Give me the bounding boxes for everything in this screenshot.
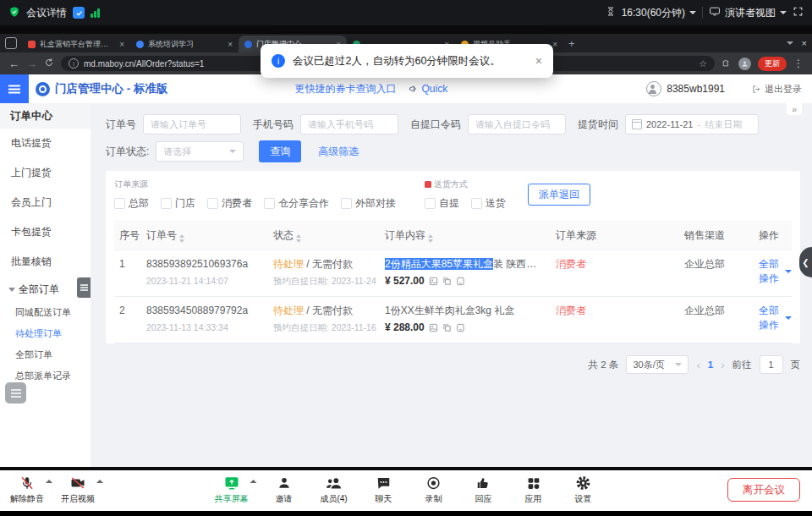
browser-profile-avatar[interactable] <box>738 58 751 70</box>
goto-page-input[interactable] <box>760 355 783 374</box>
tab-close-icon[interactable]: × <box>552 40 557 49</box>
forward-icon[interactable]: → <box>26 58 37 69</box>
sidebar-item-all-orders[interactable]: 全部订单 <box>0 344 91 365</box>
dispatch-return-button[interactable]: 派单退回 <box>528 184 590 206</box>
source-option-hq[interactable]: 总部 <box>114 196 149 211</box>
total-count: 共 2 条 <box>589 359 619 371</box>
sidebar-item-batch-verify[interactable]: 批量核销 <box>0 247 91 277</box>
chevron-up-icon[interactable] <box>96 480 103 483</box>
coupon-query-link[interactable]: 更快捷的券卡查询入口 <box>295 82 397 96</box>
next-page-button[interactable]: › <box>721 359 724 371</box>
browser-tab-2[interactable]: 系统培训学习 × <box>130 36 239 52</box>
refresh-icon[interactable] <box>44 56 54 71</box>
browser-update-button[interactable]: 更新 <box>758 57 787 71</box>
all-actions-dropdown[interactable]: 全部操作 <box>759 304 792 332</box>
chevron-down-icon <box>229 150 236 153</box>
unmute-label: 解除静音 <box>10 493 44 505</box>
verified-badge-icon[interactable] <box>73 7 85 19</box>
delivery-option-selfpickup[interactable]: 自提 <box>425 196 459 211</box>
meeting-security-shield-icon[interactable] <box>8 6 20 20</box>
quick-link[interactable]: Quick <box>409 83 448 95</box>
meeting-timer-dropdown[interactable]: 16:30(60分钟) <box>622 6 696 20</box>
sidebar: 订单中心 电话提货 上门提货 会员上门 卡包提货 批量核销 全部订单 同城配送订… <box>0 103 91 467</box>
sort-icon[interactable] <box>296 234 301 243</box>
sort-icon[interactable] <box>179 234 184 243</box>
item-name: 1份XX生鲜羊肉礼盒3kg 礼盒 <box>385 304 556 318</box>
col-content[interactable]: 订单内容 <box>385 228 556 243</box>
status-select-value: 请选择 <box>163 145 191 158</box>
sort-icon[interactable] <box>428 234 433 243</box>
browser-menu-icon[interactable]: ⋮ <box>793 58 804 69</box>
all-actions-dropdown[interactable]: 全部操作 <box>759 257 792 286</box>
col-order[interactable]: 订单号 <box>146 228 273 243</box>
qrcode-icon[interactable] <box>456 276 465 289</box>
chat-button[interactable]: 聊天 <box>370 475 398 505</box>
leave-meeting-button[interactable]: 离开会议 <box>727 478 800 502</box>
share-screen-button[interactable]: 共享屏幕 <box>215 475 249 505</box>
prev-page-button[interactable]: ‹ <box>696 359 700 371</box>
sidebar-item-member-visit[interactable]: 会员上门 <box>0 188 91 217</box>
sidebar-item-door-pickup[interactable]: 上门提货 <box>0 158 91 188</box>
settings-button[interactable]: 设置 <box>569 475 598 505</box>
search-button[interactable]: 查询 <box>259 140 301 162</box>
pickup-code-input[interactable] <box>468 114 566 134</box>
current-page[interactable]: 1 <box>708 360 713 370</box>
col-status[interactable]: 状态 <box>273 228 385 243</box>
image-icon[interactable] <box>429 276 438 289</box>
start-video-button[interactable]: 开启视频 <box>61 475 95 505</box>
meeting-details-label[interactable]: 会议详情 <box>26 6 67 20</box>
back-icon[interactable]: ← <box>8 58 19 69</box>
members-button[interactable]: 成员(4) <box>320 475 348 505</box>
tab-close-icon[interactable]: × <box>119 40 124 49</box>
date-range-picker[interactable]: 2022-11-21 - 结束日期 <box>625 114 759 134</box>
order-status-select[interactable]: 请选择 <box>156 141 244 162</box>
unmute-button[interactable]: 解除静音 <box>10 475 44 505</box>
order-no-input[interactable] <box>143 114 241 134</box>
mini-menu-button[interactable] <box>77 277 91 298</box>
source-option-consumer[interactable]: 消费者 <box>207 196 252 211</box>
sidebar-item-card-pickup[interactable]: 卡包提货 <box>0 217 91 247</box>
delivery-option-delivery[interactable]: 送货 <box>471 196 506 211</box>
tab-grid-icon[interactable] <box>5 37 17 49</box>
chevron-up-icon[interactable] <box>46 480 52 483</box>
sidebar-item-city-delivery[interactable]: 同城配送订单 <box>0 302 91 323</box>
order-time: 2023-11-13 14:33:34 <box>146 321 273 334</box>
site-info-icon[interactable]: i <box>69 58 79 69</box>
timer-icon <box>606 6 616 19</box>
order-price: ¥ 288.00 <box>385 321 425 333</box>
page-size-select[interactable]: 30条/页 <box>626 355 689 374</box>
browser-tab-1[interactable]: 礼盒营销平台管理中心 × <box>22 36 130 52</box>
qrcode-icon[interactable] <box>456 322 465 336</box>
record-button[interactable]: 录制 <box>420 475 448 505</box>
tab-close-icon[interactable]: × <box>228 40 233 49</box>
extensions-icon[interactable] <box>721 56 732 71</box>
bookmark-star-icon[interactable]: ☆ <box>699 58 707 69</box>
apps-button[interactable]: 应用 <box>519 475 548 505</box>
new-tab-button[interactable]: + <box>568 37 575 50</box>
source-option-external[interactable]: 外部对接 <box>341 196 396 211</box>
info-icon: i <box>272 54 285 68</box>
copy-icon[interactable] <box>442 322 452 336</box>
invite-button[interactable]: 邀请 <box>270 475 299 505</box>
phone-input[interactable] <box>300 114 398 134</box>
tab-title: 礼盒营销平台管理中心 <box>40 39 115 50</box>
network-signal-icon[interactable] <box>91 8 100 18</box>
sidebar-item-pending-orders[interactable]: 待处理订单 <box>0 323 91 344</box>
toast-close-icon[interactable]: × <box>535 54 542 68</box>
advanced-filter-link[interactable]: 高级筛选 <box>318 145 359 159</box>
collapse-panel-button[interactable]: » <box>787 103 802 115</box>
image-icon[interactable] <box>429 322 438 336</box>
chevron-up-icon[interactable] <box>250 480 257 483</box>
logout-button[interactable]: 退出登录 <box>752 83 802 96</box>
floating-list-button[interactable] <box>5 382 26 403</box>
hamburger-menu-button[interactable] <box>0 74 29 103</box>
fullscreen-icon[interactable] <box>793 6 804 19</box>
copy-icon[interactable] <box>442 276 452 289</box>
source-option-store[interactable]: 门店 <box>161 196 195 211</box>
react-button[interactable]: 回应 <box>469 475 498 505</box>
source-option-coop[interactable]: 仓分享合作 <box>264 196 329 211</box>
tab-list-icon[interactable] <box>787 41 793 45</box>
view-mode-dropdown[interactable]: 演讲者视图 <box>709 6 787 20</box>
sidebar-item-phone-pickup[interactable]: 电话提货 <box>0 129 91 158</box>
window-close-icon[interactable]: × <box>802 38 807 48</box>
